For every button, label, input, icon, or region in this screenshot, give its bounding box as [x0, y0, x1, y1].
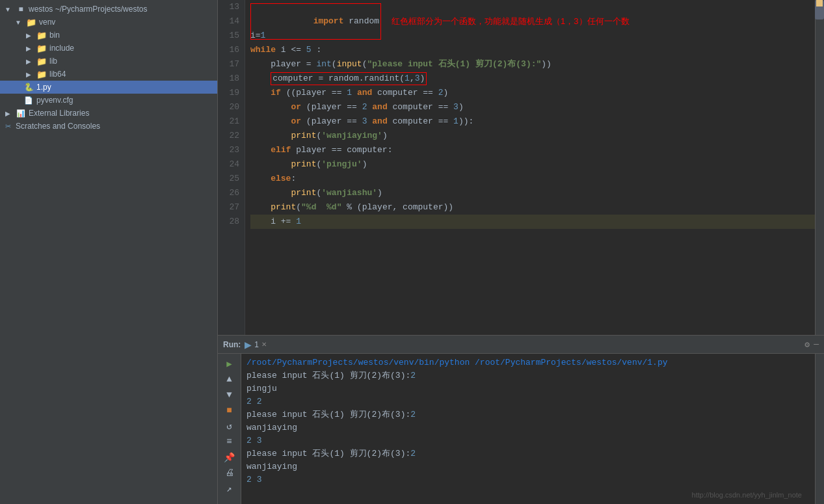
code-print3-close: )	[377, 186, 382, 200]
line-num-20: 20	[218, 100, 239, 114]
computer-box: computer = random.randint(1,3)	[271, 72, 427, 85]
sidebar-item-1py[interactable]: 🐍 1.py	[0, 81, 217, 94]
scroll-up-button[interactable]: ▲	[222, 372, 237, 386]
code-print4-rest: % (player, computer))	[341, 200, 453, 215]
code-paren1: (	[332, 57, 337, 72]
code-i1: i=1	[250, 29, 265, 43]
sidebar-item-include[interactable]: ▶ 📁 include	[0, 42, 217, 55]
code-line-19: if ((player == 1 and computer == 2)	[250, 86, 815, 100]
sidebar-item-lib64[interactable]: ▶ 📁 lib64	[0, 68, 217, 81]
sidebar-item-scratches[interactable]: ✂ Scratches and Consoles	[0, 120, 217, 133]
code-i-inc: i += 1	[271, 215, 301, 229]
str-please: "please input 石头(1) 剪刀(2)布(3):"	[367, 57, 541, 72]
print-button[interactable]: 🖨	[222, 466, 237, 480]
output-line-7: please input 石头(1) 剪刀(2)布(3):2	[246, 447, 810, 460]
code-paren2: (	[362, 57, 367, 72]
run-tab-icon: ▶	[245, 339, 252, 350]
sidebar-item-bin[interactable]: ▶ 📁 bin	[0, 29, 217, 42]
code-line-27: print("%d %d" % (player, computer))	[250, 200, 815, 215]
sidebar-item-lib[interactable]: ▶ 📁 lib	[0, 55, 217, 68]
folder-icon-venv: 📁	[26, 17, 36, 27]
run-tab-close[interactable]: ✕	[261, 341, 267, 348]
code-line-28: 🔖 i += 1	[250, 215, 815, 229]
sidebar-item-pyvenv[interactable]: 📄 pyvenv.cfg	[0, 94, 217, 107]
code-lines: import random 红色框部分为一个函数，功能就是随机生成（1，3）任何…	[245, 0, 815, 335]
func-input: input	[337, 57, 362, 72]
rerun-button[interactable]: ↺	[222, 419, 237, 433]
kw-else: else	[271, 172, 291, 186]
line-num-26: 26	[218, 186, 239, 200]
folder-icon-lib: 📁	[36, 56, 47, 66]
minimize-icon[interactable]: —	[814, 339, 819, 350]
expand-icon: ▼	[3, 4, 13, 14]
sidebar-item-bin-label: bin	[49, 31, 60, 40]
editor-scrollbar[interactable]	[815, 0, 824, 335]
output-line-2: pingju	[246, 382, 810, 395]
play-button[interactable]: ▶	[222, 356, 237, 371]
run-right-bar[interactable]	[815, 354, 824, 504]
code-line-23: elif player == computer:	[250, 143, 815, 157]
sidebar-item-westos[interactable]: ▼ ■ westos ~/PycharmProjects/westos	[0, 3, 217, 16]
scroll-down-button[interactable]: ▼	[222, 388, 237, 402]
code-line-14: import random 红色框部分为一个函数，功能就是随机生成（1，3）任何…	[250, 14, 815, 29]
kw-if: if	[271, 86, 281, 100]
code-comp3: computer == 3)	[388, 100, 464, 114]
sidebar-item-1py-label: 1.py	[36, 83, 51, 92]
line-num-15: 15	[218, 29, 239, 43]
run-toolbar: ▶ ▲ ▼ ■ ↺ ≡ 📌 🖨 ↗	[218, 354, 241, 504]
output-line-5: wanjiaying	[246, 421, 810, 434]
line-num-25: 25	[218, 172, 239, 186]
gear-icon[interactable]: ⚙	[804, 339, 810, 350]
annotation-line14: 红色框部分为一个函数，功能就是随机生成（1，3）任何一个数	[392, 14, 629, 29]
code-line-21: or (player == 3 and computer == 1)):	[250, 114, 815, 129]
code-editor[interactable]: 13 14 15 16 17 18 19 20 21 22 23 24 25 2…	[218, 0, 824, 335]
code-print2-close: )	[362, 157, 367, 172]
run-output: /root/PycharmProjects/westos/venv/bin/py…	[241, 354, 815, 504]
editor-area: 13 14 15 16 17 18 19 20 21 22 23 24 25 2…	[218, 0, 824, 504]
code-or2-cond: (player == 3	[301, 114, 372, 129]
kw-and2: and	[372, 100, 387, 114]
sidebar-item-scratches-label: Scratches and Consoles	[16, 122, 100, 131]
code-line-26: print('wanjiashu')	[250, 186, 815, 200]
share-button[interactable]: ↗	[222, 481, 237, 496]
pin-button[interactable]: 📌	[222, 450, 237, 464]
kw-or1: or	[291, 100, 301, 114]
align-button[interactable]: ≡	[222, 434, 237, 449]
code-comp4: computer == 1)):	[388, 114, 474, 129]
scratches-icon: ✂	[3, 121, 13, 131]
code-line-15: i=1	[250, 29, 815, 43]
output-line-6: 2 3	[246, 434, 810, 447]
folder-icon-lib64: 📁	[36, 69, 47, 79]
expand-icon-bin: ▶	[23, 30, 34, 40]
code-print4-indent	[250, 200, 271, 215]
sidebar-item-lib64-label: lib64	[49, 70, 66, 79]
sidebar-item-venv-label: venv	[39, 18, 55, 27]
str-wanjiashu: 'wanjiashu'	[321, 186, 377, 200]
run-panel: Run: ▶ 1 ✕ ⚙ — ▶ ▲ ▼ ■ ↺	[218, 335, 824, 504]
folder-icon-bin: 📁	[36, 30, 47, 40]
output-line-3: 2 2	[246, 395, 810, 408]
sidebar-item-external[interactable]: ▶ 📊 External Libraries	[0, 107, 217, 120]
line-num-22: 22	[218, 129, 239, 143]
func-print1: print	[291, 129, 316, 143]
stop-button[interactable]: ■	[222, 403, 237, 418]
output-line-4: please input 石头(1) 剪刀(2)布(3):2	[246, 408, 810, 421]
kw-and3: and	[372, 114, 387, 129]
sidebar-item-lib-label: lib	[49, 57, 57, 66]
code-if-cond: ((player == 1	[281, 86, 357, 100]
line-num-13: 13	[218, 0, 239, 14]
code-while-rest: i <= 5 :	[276, 43, 321, 57]
run-tab-1[interactable]: ▶ 1 ✕	[245, 339, 267, 350]
main-area: ▼ ■ westos ~/PycharmProjects/westos ▼ 📁 …	[0, 0, 824, 504]
expand-icon-venv: ▼	[13, 17, 23, 27]
code-line-24: print('pingju')	[250, 157, 815, 172]
line-num-21: 21	[218, 114, 239, 129]
code-or1-cond: (player == 2	[301, 100, 372, 114]
run-cmd-line: /root/PycharmProjects/westos/venv/bin/py…	[246, 356, 810, 369]
sidebar-item-venv[interactable]: ▼ 📁 venv	[0, 16, 217, 29]
line-numbers: 13 14 15 16 17 18 19 20 21 22 23 24 25 2…	[218, 0, 245, 335]
line-num-18: 18	[218, 72, 239, 86]
run-body: ▶ ▲ ▼ ■ ↺ ≡ 📌 🖨 ↗ /root/PycharmProjects/…	[218, 354, 824, 504]
code-line-22: print('wanjiaying')	[250, 129, 815, 143]
code-print3-paren: (	[316, 186, 321, 200]
